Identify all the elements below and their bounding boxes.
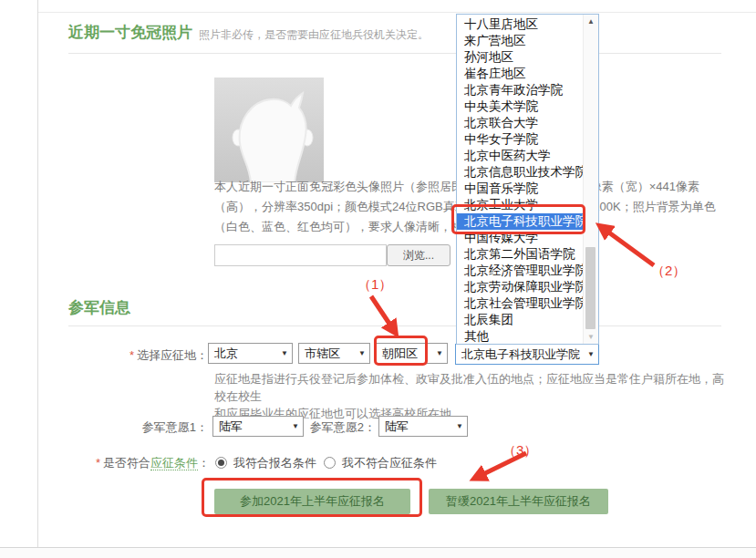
dropdown-options-container: 十八里店地区来广营地区孙河地区崔各庄地区北京青年政治学院中央美术学院北京联合大学… <box>457 16 598 345</box>
dropdown-option[interactable]: 中国传媒大学 <box>457 230 584 246</box>
province-select[interactable]: 北京 ▼ <box>208 343 293 364</box>
scrollbar-thumb[interactable] <box>585 247 595 329</box>
radio-not-meet-conditions-label: 我不符合应征条件 <box>342 455 437 471</box>
photo-placeholder <box>214 78 324 182</box>
photo-section-title: 近期一寸免冠照片 <box>68 22 192 43</box>
enlist-section-title: 参军信息 <box>68 297 130 318</box>
dropdown-option[interactable]: 北京中医药大学 <box>457 148 584 164</box>
dropdown-option[interactable]: 北京第二外国语学院 <box>457 246 584 263</box>
dropdown-scrollbar[interactable]: ▲ ▼ <box>583 15 598 344</box>
dropdown-option[interactable]: 中华女子学院 <box>457 131 584 148</box>
section-divider <box>68 53 721 54</box>
location-label: *选择应征地： <box>55 347 208 364</box>
scroll-down-icon[interactable]: ▼ <box>584 333 598 341</box>
dropdown-option[interactable]: 北京劳动保障职业学院 <box>457 279 584 295</box>
section-divider <box>68 326 721 326</box>
district-select[interactable]: 朝阳区 ▼ <box>376 343 448 364</box>
preference1-label: 参军意愿1： <box>55 419 208 436</box>
radio-not-meet-conditions[interactable] <box>324 457 336 469</box>
scroll-up-icon[interactable]: ▲ <box>584 17 598 26</box>
dropdown-option[interactable]: 崔各庄地区 <box>457 66 584 82</box>
chevron-down-icon: ▼ <box>281 349 288 357</box>
annotation-step2-label: （2） <box>651 263 686 280</box>
dropdown-option[interactable]: 中央美术学院 <box>457 98 584 115</box>
dropdown-option[interactable]: 北辰集团 <box>457 312 584 328</box>
join-enlistment-button[interactable]: 参加2021年上半年应征报名 <box>214 489 410 514</box>
condition-label: *是否符合应征条件： <box>36 455 210 471</box>
top-border-line <box>38 12 756 13</box>
dropdown-option[interactable]: 北京联合大学 <box>457 115 584 131</box>
bottom-strip <box>0 548 756 558</box>
chevron-down-icon: ▼ <box>292 422 299 430</box>
enlistment-form-page: 近期一寸免冠照片 照片非必传，是否需要由应征地兵役机关决定。 本人近期一寸正面免… <box>0 0 756 558</box>
preference2-select[interactable]: 陆军 ▼ <box>378 416 468 437</box>
arrow-to-district-select <box>371 296 391 326</box>
required-asterisk: * <box>96 456 100 470</box>
dropdown-option[interactable]: 十八里店地区 <box>457 16 584 33</box>
preference1-select[interactable]: 陆军 ▼ <box>212 416 304 437</box>
browse-button[interactable]: 浏览... <box>387 244 450 266</box>
required-asterisk: * <box>129 348 134 362</box>
school-select[interactable]: 北京电子科技职业学院 ▼ <box>455 344 599 365</box>
preference2-label: 参军意愿2： <box>306 419 376 436</box>
location-help-text: 应征地是指进行兵役登记后参加体检、政审及批准入伍的地点；应征地应当是常住户籍所在… <box>214 370 734 422</box>
dropdown-option[interactable]: 来广营地区 <box>457 33 584 49</box>
dropdown-option[interactable]: 北京信息职业技术学院 <box>457 164 584 181</box>
school-dropdown-list[interactable]: 十八里店地区来广营地区孙河地区崔各庄地区北京青年政治学院中央美术学院北京联合大学… <box>456 14 599 345</box>
chevron-down-icon: ▼ <box>456 422 463 430</box>
chevron-down-icon: ▼ <box>358 349 366 357</box>
city-select[interactable]: 市辖区 ▼ <box>298 343 370 364</box>
photo-section-note: 照片非必传，是否需要由应征地兵役机关决定。 <box>199 27 429 43</box>
dropdown-option[interactable]: 北京社会管理职业学院 <box>457 295 584 312</box>
dropdown-option[interactable]: 孙河地区 <box>457 49 584 66</box>
postpone-enlistment-button[interactable]: 暂缓2021年上半年应征报名 <box>429 489 608 514</box>
dropdown-option[interactable]: 北京工业大学 <box>457 197 584 213</box>
radio-meet-conditions-label: 我符合报名条件 <box>233 455 316 471</box>
dropdown-option[interactable]: 中国音乐学院 <box>457 181 584 197</box>
chevron-down-icon: ▼ <box>587 350 595 358</box>
radio-meet-conditions[interactable] <box>215 457 227 469</box>
dropdown-option[interactable]: 北京经济管理职业学院 <box>457 263 584 279</box>
chevron-down-icon: ▼ <box>436 349 443 357</box>
dropdown-option[interactable]: 其他 <box>457 328 584 345</box>
annotation-step1-label: （1） <box>357 276 392 294</box>
dropdown-option[interactable]: 北京青年政治学院 <box>457 82 584 98</box>
annotation-step3-label: （3） <box>502 442 537 460</box>
condition-link[interactable]: 应征条件 <box>150 456 198 470</box>
dropdown-option[interactable]: 北京电子科技职业学院 <box>457 213 584 230</box>
photo-file-input[interactable] <box>214 244 387 266</box>
